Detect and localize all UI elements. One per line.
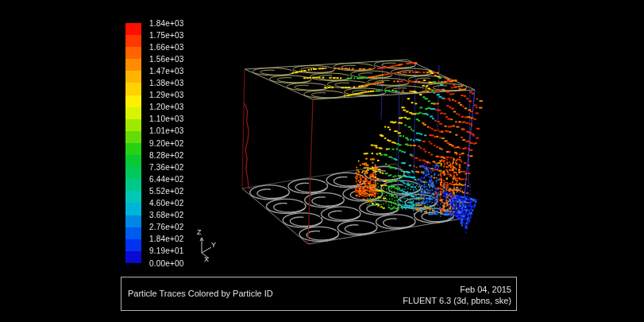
footer-right-block: Feb 04, 2015 FLUENT 6.3 (3d, pbns, ske) xyxy=(403,285,511,306)
colorbar-label: 1.66e+03 xyxy=(149,43,184,52)
axis-triad: Z Y X xyxy=(183,227,230,270)
colorbar-label: 3.68e+02 xyxy=(149,211,184,219)
colorbar-label: 4.60e+02 xyxy=(149,199,184,208)
z-axis-label: Z xyxy=(197,228,202,236)
colorbar-label: 5.52e+02 xyxy=(149,187,184,196)
colorbar-band xyxy=(125,191,141,203)
date-text: Feb 04, 2015 xyxy=(403,285,511,296)
colorbar xyxy=(125,23,141,263)
colorbar-label: 7.36e+02 xyxy=(149,163,184,172)
3d-viewport[interactable] xyxy=(0,0,644,322)
colorbar-label: 1.84e+02 xyxy=(149,235,184,243)
colorbar-band xyxy=(125,23,141,35)
colorbar-label: 0.00e+00 xyxy=(149,259,184,268)
colorbar-band xyxy=(125,239,141,251)
colorbar-band xyxy=(125,71,141,83)
colorbar-band xyxy=(125,203,141,215)
colorbar-label: 2.76e+02 xyxy=(149,223,184,231)
colorbar-label: 1.29e+03 xyxy=(149,91,184,99)
colorbar-label: 6.44e+02 xyxy=(149,175,184,184)
colorbar-label: 1.84e+03 xyxy=(149,19,184,28)
colorbar-band xyxy=(125,215,141,227)
plot-title: Particle Traces Colored by Particle ID xyxy=(128,277,273,310)
colorbar-band xyxy=(125,167,141,179)
colorbar-band xyxy=(125,143,141,155)
colorbar-band xyxy=(125,155,141,167)
colorbar-band xyxy=(125,119,141,131)
colorbar-band xyxy=(125,107,141,119)
colorbar-band xyxy=(125,83,141,95)
colorbar-label: 8.28e+02 xyxy=(149,151,184,160)
x-axis-label: X xyxy=(204,255,209,263)
y-axis-label: Y xyxy=(211,241,216,249)
axis-triad-lines xyxy=(183,227,230,270)
colorbar-label: 9.20e+02 xyxy=(149,139,184,148)
solver-text: FLUENT 6.3 (3d, pbns, ske) xyxy=(403,296,511,307)
colorbar-label: 1.75e+03 xyxy=(149,31,184,40)
colorbar-label: 9.19e+01 xyxy=(149,246,184,255)
colorbar-band xyxy=(125,59,141,71)
colorbar-band xyxy=(125,179,141,191)
fluent-graphics-window: 1.84e+031.75e+031.66e+031.56e+031.47e+03… xyxy=(0,0,644,322)
colorbar-label: 1.56e+03 xyxy=(149,55,184,64)
colorbar-band xyxy=(125,227,141,239)
colorbar-label: 1.01e+03 xyxy=(149,126,184,135)
colorbar-band xyxy=(125,251,141,263)
colorbar-label: 1.38e+03 xyxy=(149,79,184,87)
colorbar-band xyxy=(125,131,141,143)
colorbar-gradient xyxy=(125,23,141,263)
colorbar-label: 1.10e+03 xyxy=(149,114,184,123)
colorbar-label: 1.20e+03 xyxy=(149,103,184,111)
colorbar-band xyxy=(125,95,141,107)
colorbar-label: 1.47e+03 xyxy=(149,67,184,76)
annotation-box: Particle Traces Colored by Particle ID F… xyxy=(121,277,517,311)
colorbar-band xyxy=(125,47,141,59)
colorbar-band xyxy=(125,35,141,47)
